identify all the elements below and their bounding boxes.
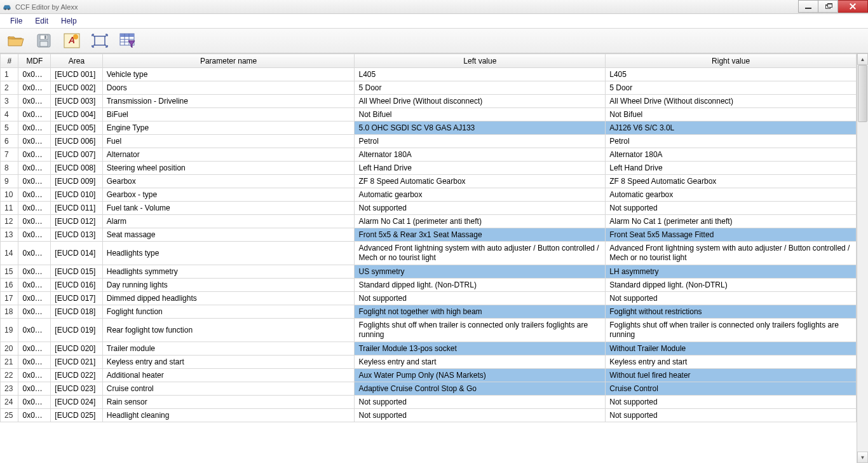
cell-param: Engine Type [102,121,355,135]
cell-area: [EUCD 022] [51,369,102,382]
cell-param: Foglight function [102,305,355,319]
cell-mdf: 0x0267 [18,215,51,228]
cell-mdf: 0x0227 [18,162,51,175]
cell-left: L405 [355,68,606,81]
cell-area: [EUCD 013] [51,228,102,242]
data-grid: # MDF Area Parameter name Left value Rig… [0,53,868,463]
cell-area: [EUCD 005] [51,121,102,135]
filter-grid-button[interactable] [118,31,137,50]
table-row[interactable]: 70x0187[EUCD 007]AlternatorAlternator 18… [1,148,857,162]
vertical-scrollbar[interactable]: ▲ ▼ [857,53,868,463]
cell-num: 10 [1,188,18,202]
table-row[interactable]: 60x0177[EUCD 006]FuelPetrolPetrol [1,135,857,148]
table-row[interactable]: 240x0447[EUCD 024]Rain sensorNot support… [1,396,857,409]
cell-area: [EUCD 002] [51,81,102,95]
menu-edit[interactable]: Edit [29,15,55,27]
table-row[interactable]: 170x0347[EUCD 017]Dimmed dipped headligh… [1,292,857,305]
table-row[interactable]: 190x0367[EUCD 019]Rear foglight tow func… [1,319,857,342]
maximize-button[interactable] [818,0,838,13]
table-row[interactable]: 180x0357[EUCD 018]Foglight functionFogli… [1,305,857,319]
table-row[interactable]: 50x0167[EUCD 005]Engine Type5.0 OHC SGDI… [1,121,857,135]
svg-point-1 [8,8,10,10]
cell-param: Dimmed dipped headlights [102,292,355,305]
table-row[interactable]: 10x0127[EUCD 001]Vehicle typeL405L405 [1,68,857,81]
table-row[interactable]: 160x0337[EUCD 016]Day running lightsStan… [1,279,857,292]
cell-area: [EUCD 003] [51,95,102,108]
cell-mdf: 0x0447 [18,396,51,409]
cell-right: Alarm No Cat 1 (perimeter anti theft) [606,215,857,228]
cell-left: ZF 8 Speed Automatic Gearbox [355,175,606,188]
svg-rect-3 [40,35,48,39]
cell-param: Rain sensor [102,396,355,409]
table-row[interactable]: 230x0437[EUCD 023]Cruise controlAdaptive… [1,382,857,396]
cell-area: [EUCD 011] [51,202,102,215]
table-row[interactable]: 220x0427[EUCD 022]Additional heaterAux W… [1,369,857,382]
table-row[interactable]: 210x0387[EUCD 021]Keyless entry and star… [1,356,857,369]
cell-param: Headlight cleaning [102,409,355,422]
cell-mdf: 0x0427 [18,369,51,382]
config-a-button[interactable]: A [62,31,81,50]
col-header-right[interactable]: Right value [606,54,857,68]
table-row[interactable]: 140x0287[EUCD 014]Headlights typeAdvance… [1,242,857,265]
save-button[interactable] [34,31,53,50]
toolbar: A [0,28,868,53]
open-folder-button[interactable] [6,31,25,50]
table-row[interactable]: 110x0257[EUCD 011]Fuel tank - VolumeNot … [1,202,857,215]
table-row[interactable]: 130x0277[EUCD 013]Seat massageFront 5x5 … [1,228,857,242]
cell-left: Not supported [355,409,606,422]
expand-view-button[interactable] [90,31,109,50]
cell-param: Gearbox [102,175,355,188]
menu-help[interactable]: Help [55,15,83,27]
cell-num: 5 [1,121,18,135]
cell-mdf: 0x0127 [18,68,51,81]
table-row[interactable]: 100x0247[EUCD 010]Gearbox - typeAutomati… [1,188,857,202]
cell-param: Rear foglight tow function [102,319,355,342]
cell-mdf: 0x0437 [18,382,51,396]
menu-file[interactable]: File [4,15,29,27]
table-row[interactable]: 90x0237[EUCD 009]GearboxZF 8 Speed Autom… [1,175,857,188]
table-row[interactable]: 200x0377[EUCD 020]Trailer moduleTrailer … [1,342,857,356]
cell-num: 22 [1,369,18,382]
col-header-param[interactable]: Parameter name [102,54,355,68]
scroll-thumb[interactable] [858,65,867,122]
table-row[interactable]: 250x0457[EUCD 025]Headlight cleaningNot … [1,409,857,422]
scroll-up-arrow[interactable]: ▲ [857,53,868,65]
cell-right: Not supported [606,409,857,422]
cell-left: Adaptive Cruise Control Stop & Go [355,382,606,396]
col-header-mdf[interactable]: MDF [18,54,51,68]
table-row[interactable]: 40x0157[EUCD 004]BiFuelNot BifuelNot Bif… [1,108,857,121]
cell-num: 20 [1,342,18,356]
cell-area: [EUCD 008] [51,162,102,175]
svg-rect-4 [40,41,48,46]
table-row[interactable]: 150x0327[EUCD 015]Headlights symmetryUS … [1,265,857,279]
table-row[interactable]: 30x0147[EUCD 003]Transmission - Drivelin… [1,95,857,108]
cell-mdf: 0x0157 [18,108,51,121]
cell-left: Automatic gearbox [355,188,606,202]
scroll-down-arrow[interactable]: ▼ [857,452,868,463]
cell-right: Advanced Front lightning system with aut… [606,242,857,265]
col-header-area[interactable]: Area [51,54,102,68]
cell-right: ZF 8 Speed Automatic Gearbox [606,175,857,188]
cell-area: [EUCD 004] [51,108,102,121]
cell-num: 8 [1,162,18,175]
cell-mdf: 0x0257 [18,202,51,215]
table-row[interactable]: 120x0267[EUCD 012]AlarmAlarm No Cat 1 (p… [1,215,857,228]
col-header-left[interactable]: Left value [355,54,606,68]
cell-num: 2 [1,81,18,95]
close-button[interactable] [837,0,868,13]
cell-param: BiFuel [102,108,355,121]
table-row[interactable]: 80x0227[EUCD 008]Steering wheel position… [1,162,857,175]
cell-num: 25 [1,409,18,422]
col-header-num[interactable]: # [1,54,18,68]
cell-left: Not supported [355,292,606,305]
cell-area: [EUCD 007] [51,148,102,162]
cell-left: 5.0 OHC SGDI SC V8 GAS AJ133 [355,121,606,135]
table-row[interactable]: 20x0137[EUCD 002]Doors5 Door5 Door [1,81,857,95]
minimize-button[interactable] [798,0,818,13]
parameters-table[interactable]: # MDF Area Parameter name Left value Rig… [0,53,857,422]
svg-rect-11 [120,34,134,37]
svg-rect-5 [44,36,46,39]
cell-left: Not Bifuel [355,108,606,121]
cell-mdf: 0x0137 [18,81,51,95]
cell-area: [EUCD 024] [51,396,102,409]
